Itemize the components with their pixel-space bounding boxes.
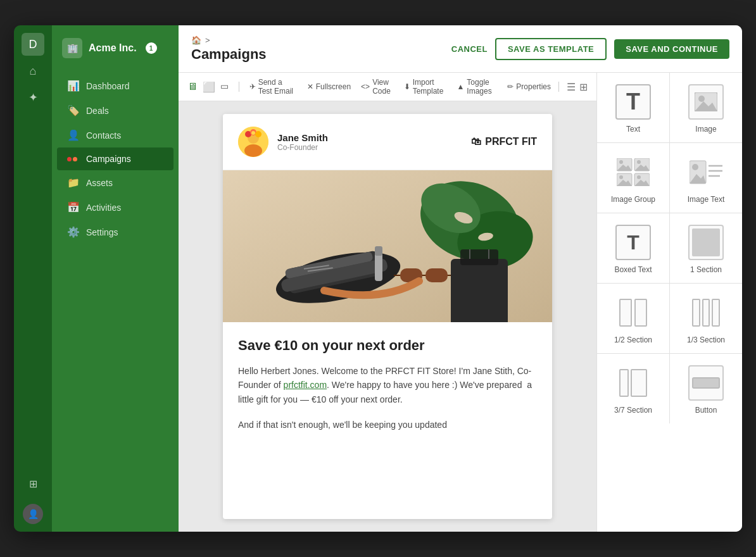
boxed-text-block-icon: T (615, 225, 651, 260)
block-1-section[interactable]: 1 Section (670, 213, 742, 283)
block-text[interactable]: T Text (597, 73, 669, 142)
list-view-button[interactable]: ☰ (567, 81, 576, 93)
half-section-block-label: 1/2 Section (614, 335, 652, 344)
deals-icon: 🏷️ (67, 104, 80, 116)
toggle-icon: ▲ (457, 82, 464, 91)
send-test-email-button[interactable]: ✈ Send a Test Email (249, 78, 297, 96)
svg-point-35 (619, 160, 623, 164)
sender-title: Co-Founder (277, 143, 328, 152)
sidebar-item-settings[interactable]: ⚙️ Settings (57, 220, 173, 244)
fullscreen-button[interactable]: ✕ Fullscreen (307, 82, 351, 91)
top-bar: 🏠 > Campaigns CANCEL SAVE AS TEMPLATE SA… (179, 25, 742, 73)
sidebar-item-campaigns[interactable]: Campaigns (57, 147, 173, 170)
toggle-images-button[interactable]: ▲ Toggle Images (457, 78, 497, 96)
view-toggle: ☰ ⊞ (567, 81, 588, 93)
sidebar-item-dashboard[interactable]: 📊 Dashboard (57, 73, 173, 98)
tablet-view-button[interactable]: ⬜ (203, 81, 215, 93)
sidebar-item-assets[interactable]: 📁 Assets (57, 170, 173, 195)
editor-area: 🖥 ⬜ ▭ ✈ Send a Test Email ✕ Fullscreen (179, 73, 742, 532)
view-code-label: View Code (372, 78, 394, 96)
sender-info: Jane Smith Co-Founder (277, 132, 328, 152)
sidebar-item-deals[interactable]: 🏷️ Deals (57, 98, 173, 123)
mobile-view-button[interactable]: ▭ (220, 81, 229, 93)
breadcrumb: 🏠 > (191, 35, 267, 45)
activities-icon: 📅 (67, 201, 80, 213)
page-title: Campaigns (191, 46, 267, 63)
svg-point-6 (251, 131, 255, 135)
image-block-label: Image (695, 125, 716, 134)
sidebar-item-label: Contacts (86, 130, 121, 141)
third-section-block-label: 1/3 Section (687, 335, 725, 344)
sidebar-item-activities[interactable]: 📅 Activities (57, 195, 173, 220)
icon-rail: D ⌂ ✦ ⊞ 👤 (14, 25, 52, 532)
device-icons: 🖥 ⬜ ▭ (187, 81, 229, 93)
one-section-block-icon (688, 225, 724, 260)
cancel-button[interactable]: CANCEL (451, 44, 488, 54)
svg-point-47 (692, 164, 698, 170)
block-boxed-text[interactable]: T Boxed Text (597, 213, 669, 283)
company-icon: 🏢 (62, 38, 82, 58)
fullscreen-icon: ✕ (307, 82, 313, 91)
pencil-icon: ✏ (507, 82, 513, 91)
block-button[interactable]: Button (670, 354, 742, 423)
37-section-block-label: 3/7 Section (614, 406, 652, 415)
block-third-section[interactable]: 1/3 Section (670, 284, 742, 353)
email-link[interactable]: prfctfit.com (284, 380, 327, 390)
email-body: Save €10 on your next order Hello Herber… (223, 322, 552, 447)
grid-nav-icon[interactable]: ⊞ (22, 472, 44, 495)
third-section-block-icon (688, 295, 724, 330)
email-body-text: Hello Herbert Jones. Welcome to the PRFC… (238, 364, 537, 406)
campaigns-icon (67, 157, 80, 161)
save-template-button[interactable]: SAVE AS TEMPLATE (495, 38, 607, 60)
image-group-block-icon (615, 154, 651, 190)
assets-icon: 📁 (67, 177, 80, 189)
sidebar: 🏢 Acme Inc. 1 📊 Dashboard 🏷️ Deals 👤 Con… (52, 25, 179, 532)
sidebar-item-label: Settings (86, 227, 118, 237)
canvas-panel: 🖥 ⬜ ▭ ✈ Send a Test Email ✕ Fullscreen (179, 73, 596, 532)
sidebar-nav: 📊 Dashboard 🏷️ Deals 👤 Contacts Campaign… (52, 68, 179, 249)
d-icon[interactable]: D (22, 33, 44, 56)
desktop-view-button[interactable]: 🖥 (187, 81, 198, 93)
home-breadcrumb-icon[interactable]: 🏠 (191, 35, 201, 45)
send-test-label: Send a Test Email (258, 78, 297, 96)
svg-rect-25 (451, 259, 508, 322)
settings-icon: ⚙️ (67, 226, 80, 238)
right-panel: T Text Image (596, 73, 742, 532)
block-37-section[interactable]: 3/7 Section (597, 354, 669, 423)
canvas-scroll[interactable]: Jane Smith Co-Founder 🛍 PRFCT FIT (179, 101, 596, 532)
import-template-button[interactable]: ⬇ Import Template (404, 78, 447, 96)
block-half-section[interactable]: 1/2 Section (597, 284, 669, 353)
block-image[interactable]: Image (670, 73, 742, 142)
sidebar-item-contacts[interactable]: 👤 Contacts (57, 123, 173, 147)
notification-badge: 1 (146, 42, 157, 54)
import-label: Import Template (413, 78, 447, 96)
company-header: 🏢 Acme Inc. 1 (52, 25, 179, 68)
home-nav-icon[interactable]: ⌂ (22, 59, 44, 82)
block-image-group[interactable]: Image Group (597, 143, 669, 213)
image-text-block-icon (688, 154, 724, 190)
toolbar-right: ✏ Properties ☰ ⊞ (507, 81, 588, 93)
properties-button[interactable]: ✏ Properties (507, 82, 551, 91)
people-nav-icon[interactable]: ✦ (22, 86, 44, 109)
sender-avatar (238, 127, 268, 157)
svg-point-2 (244, 144, 262, 157)
properties-label: Properties (516, 82, 551, 91)
toolbar-divider2 (558, 82, 559, 92)
37-section-block-icon (615, 365, 651, 401)
button-block-label: Button (695, 406, 717, 415)
user-avatar[interactable]: 👤 (23, 504, 43, 524)
top-bar-left: 🏠 > Campaigns (191, 35, 267, 63)
toolbar-divider (239, 82, 239, 92)
grid-view-button[interactable]: ⊞ (579, 81, 588, 93)
image-text-block-label: Image Text (688, 195, 724, 204)
main-content: 🏠 > Campaigns CANCEL SAVE AS TEMPLATE SA… (179, 25, 742, 532)
view-code-button[interactable]: <> View Code (361, 78, 394, 96)
save-continue-button[interactable]: SAVE AND CONTINUE (614, 39, 729, 59)
block-image-text[interactable]: Image Text (670, 143, 742, 213)
top-bar-actions: CANCEL SAVE AS TEMPLATE SAVE AND CONTINU… (451, 38, 729, 60)
svg-rect-30 (375, 246, 382, 256)
svg-rect-29 (375, 253, 382, 281)
image-group-block-label: Image Group (611, 195, 655, 204)
svg-rect-21 (425, 268, 448, 282)
dashboard-icon: 📊 (67, 80, 80, 92)
